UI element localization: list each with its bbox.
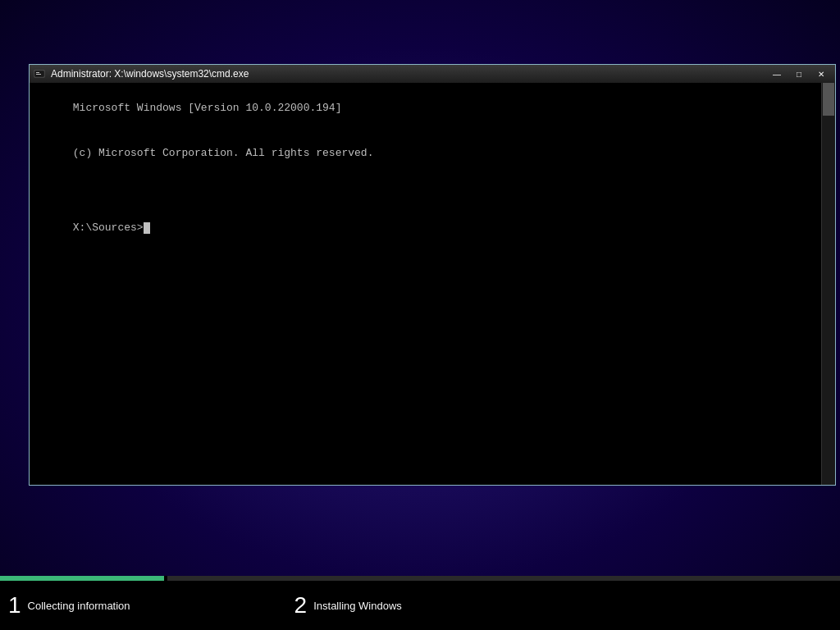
cmd-line2: (c) Microsoft Corporation. All rights re… xyxy=(73,147,374,159)
step-2-number: 2 xyxy=(294,594,308,617)
step-1-label: Collecting information xyxy=(28,600,130,612)
svg-rect-3 xyxy=(36,74,41,75)
cmd-cursor xyxy=(144,222,150,234)
cmd-window-controls: — □ ✕ xyxy=(766,67,832,80)
cmd-prompt: X:\Sources> xyxy=(73,221,144,234)
progress-filled xyxy=(0,576,164,581)
cmd-titlebar: Administrator: X:\windows\system32\cmd.e… xyxy=(30,65,835,83)
progress-empty xyxy=(167,576,840,581)
step-2: 2 Installing Windows xyxy=(294,594,402,617)
close-button[interactable]: ✕ xyxy=(810,67,832,80)
cmd-window: Administrator: X:\windows\system32\cmd.e… xyxy=(29,64,836,486)
step-2-label: Installing Windows xyxy=(313,600,402,612)
cmd-title: Administrator: X:\windows\system32\cmd.e… xyxy=(51,68,249,80)
status-steps: 1 Collecting information 2 Installing Wi… xyxy=(0,581,840,630)
cmd-line1: Microsoft Windows [Version 10.0.22000.19… xyxy=(73,102,342,114)
cmd-titlebar-left: Administrator: X:\windows\system32\cmd.e… xyxy=(33,67,249,80)
progress-bar xyxy=(0,576,840,581)
cmd-body[interactable]: Microsoft Windows [Version 10.0.22000.19… xyxy=(30,83,835,485)
minimize-button[interactable]: — xyxy=(766,67,788,80)
cmd-scrollbar[interactable] xyxy=(821,83,835,485)
step-1: 1 Collecting information xyxy=(8,594,130,617)
maximize-button[interactable]: □ xyxy=(788,67,810,80)
cmd-icon xyxy=(33,67,46,80)
svg-rect-2 xyxy=(36,72,39,73)
cmd-output: Microsoft Windows [Version 10.0.22000.19… xyxy=(34,86,830,250)
status-bar: 1 Collecting information 2 Installing Wi… xyxy=(0,576,840,630)
cmd-scrollbar-thumb[interactable] xyxy=(823,83,834,116)
step-1-number: 1 xyxy=(8,594,21,617)
